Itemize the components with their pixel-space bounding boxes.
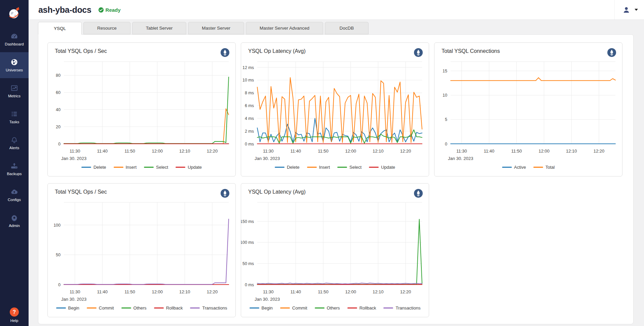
svg-text:50 ms: 50 ms xyxy=(242,261,254,266)
chart-panel-head: YSQL Op Latency (Avg) xyxy=(241,184,429,200)
legend-item[interactable]: Others xyxy=(121,305,147,311)
legend-item[interactable]: Begin xyxy=(56,305,79,311)
tab-ysql[interactable]: YSQL xyxy=(38,22,82,35)
sidebar-item-dashboard[interactable]: Dashboard xyxy=(0,26,29,52)
prometheus-link-icon[interactable] xyxy=(414,48,423,57)
tab-master-server-advanced[interactable]: Master Server Advanced xyxy=(246,22,323,34)
chart-legend: ActiveTotal xyxy=(434,165,622,170)
svg-text:10 ms: 10 ms xyxy=(242,78,254,83)
legend-swatch xyxy=(176,167,185,168)
legend-swatch xyxy=(114,167,123,168)
legend-item[interactable]: Transactions xyxy=(190,305,227,311)
legend-item[interactable]: Delete xyxy=(275,165,300,170)
tab-tablet-server[interactable]: Tablet Server xyxy=(132,22,187,34)
legend-item[interactable]: Rollback xyxy=(154,305,183,311)
svg-text:0: 0 xyxy=(445,142,447,146)
sidebar-item-label: Dashboard xyxy=(5,42,24,46)
tab-master-server[interactable]: Master Server xyxy=(188,22,244,34)
svg-text:4 ms: 4 ms xyxy=(245,116,254,121)
legend-label: Commit xyxy=(99,305,114,311)
svg-text:12:00: 12:00 xyxy=(345,149,356,154)
sidebar: Dashboard Universes Metrics Tasks Alerts xyxy=(0,0,29,326)
metrics-tabbar: YSQL Resource Tablet Server Master Serve… xyxy=(38,22,369,35)
chart-panel: YSQL Op Latency (Avg)0 ms2 ms4 ms6 ms8 m… xyxy=(241,42,429,176)
svg-text:12:00: 12:00 xyxy=(152,289,163,294)
legend-item[interactable]: Commit xyxy=(87,305,114,311)
svg-text:6 ms: 6 ms xyxy=(245,103,254,108)
legend-label: Update xyxy=(381,165,395,170)
svg-text:2 ms: 2 ms xyxy=(245,129,254,134)
chart-panel-head: Total YSQL Ops / Sec xyxy=(48,43,235,59)
legend-swatch xyxy=(81,167,91,168)
legend-label: Insert xyxy=(126,165,137,170)
prometheus-link-icon[interactable] xyxy=(221,48,229,57)
legend-item[interactable]: Select xyxy=(337,165,362,170)
svg-text:12:00: 12:00 xyxy=(152,149,163,154)
legend-swatch xyxy=(315,307,325,308)
prometheus-link-icon[interactable] xyxy=(221,189,229,198)
legend-item[interactable]: Update xyxy=(369,165,395,170)
legend-item[interactable]: Others xyxy=(315,305,340,311)
sidebar-item-label: Configs xyxy=(8,198,21,202)
legend-label: Begin xyxy=(68,305,79,311)
tab-docdb[interactable]: DocDB xyxy=(325,22,369,34)
legend-item[interactable]: Rollback xyxy=(347,305,376,311)
chart-legend: DeleteInsertSelectUpdate xyxy=(48,165,235,170)
chart-title: Total YSQL Ops / Sec xyxy=(55,189,107,195)
chart-panel: Total YSQL Connections05101511:3011:4011… xyxy=(434,42,622,176)
svg-text:80: 80 xyxy=(56,73,61,78)
svg-text:11:50: 11:50 xyxy=(318,149,329,154)
legend-swatch xyxy=(280,307,290,308)
legend-label: Others xyxy=(327,305,340,311)
chart-legend: BeginCommitOthersRollbackTransactions xyxy=(48,305,235,311)
upload-drive-icon xyxy=(10,162,18,170)
sidebar-item-help[interactable]: ? Help xyxy=(0,307,29,326)
legend-item[interactable]: Delete xyxy=(81,165,106,170)
legend-item[interactable]: Select xyxy=(144,165,168,170)
legend-item[interactable]: Insert xyxy=(114,165,137,170)
sidebar-item-configs[interactable]: Configs xyxy=(0,182,29,208)
svg-text:Jan 30, 2023: Jan 30, 2023 xyxy=(61,297,86,301)
yugabyte-logo-icon xyxy=(7,5,22,21)
sidebar-item-universes[interactable]: Universes xyxy=(0,52,29,78)
svg-text:0: 0 xyxy=(58,142,61,146)
legend-label: Rollback xyxy=(166,305,183,311)
legend-swatch xyxy=(533,167,543,168)
prometheus-link-icon[interactable] xyxy=(414,189,423,198)
sidebar-item-metrics[interactable]: Metrics xyxy=(0,78,29,104)
legend-item[interactable]: Transactions xyxy=(383,305,420,311)
check-circle-icon xyxy=(98,7,104,13)
sidebar-item-label: Backups xyxy=(7,172,22,176)
svg-text:12:00: 12:00 xyxy=(538,149,550,154)
sidebar-item-admin[interactable]: Admin xyxy=(0,208,29,234)
universe-title: ash-yba-docs xyxy=(38,5,91,15)
question-circle-icon: ? xyxy=(10,307,19,317)
svg-text:12:00: 12:00 xyxy=(345,289,356,294)
legend-swatch xyxy=(307,167,317,168)
legend-item[interactable]: Active xyxy=(502,165,526,170)
sidebar-item-alerts[interactable]: Alerts xyxy=(0,130,29,156)
sidebar-item-backups[interactable]: Backups xyxy=(0,156,29,182)
prometheus-link-icon[interactable] xyxy=(607,48,616,57)
chart-canvas: 0 ms2 ms4 ms6 ms8 ms10 ms12 ms11:3011:40… xyxy=(241,59,428,160)
sidebar-item-label: Tasks xyxy=(9,120,19,124)
legend-label: Commit xyxy=(292,305,307,311)
tab-resource[interactable]: Resource xyxy=(83,22,130,34)
legend-item[interactable]: Update xyxy=(176,165,202,170)
svg-text:50: 50 xyxy=(56,253,61,257)
legend-item[interactable]: Commit xyxy=(280,305,307,311)
legend-item[interactable]: Insert xyxy=(307,165,330,170)
sidebar-spacer xyxy=(0,234,29,307)
legend-label: Insert xyxy=(319,165,330,170)
app-logo[interactable] xyxy=(0,0,29,26)
user-menu[interactable] xyxy=(614,0,644,20)
cloud-upload-icon xyxy=(10,188,18,196)
svg-text:11:40: 11:40 xyxy=(97,149,108,154)
svg-text:12:10: 12:10 xyxy=(373,149,384,154)
sidebar-item-tasks[interactable]: Tasks xyxy=(0,104,29,130)
legend-swatch xyxy=(347,307,357,308)
legend-item[interactable]: Total xyxy=(533,165,555,170)
chart-canvas: 02040608011:3011:4011:5012:0012:1012:20J… xyxy=(48,59,235,160)
gauge-icon xyxy=(10,32,18,40)
legend-item[interactable]: Begin xyxy=(250,305,273,311)
